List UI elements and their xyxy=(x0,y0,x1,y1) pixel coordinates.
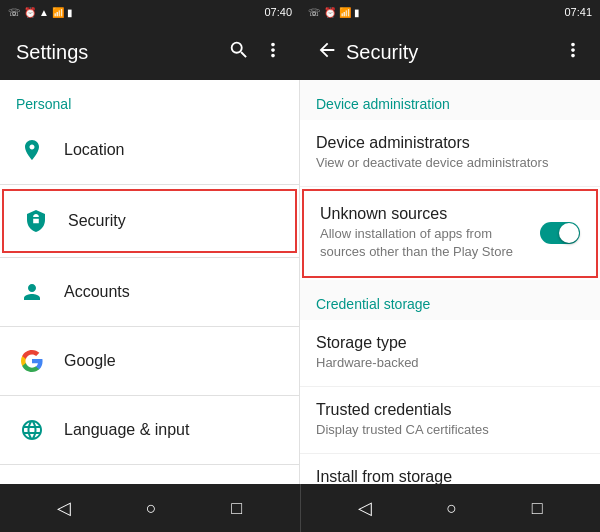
security-title: Security xyxy=(346,41,554,64)
main-content: Personal Location Security Accounts xyxy=(0,80,600,484)
left-panel: Personal Location Security Accounts xyxy=(0,80,300,484)
overflow-menu-icon-left[interactable] xyxy=(262,39,284,66)
language-icon xyxy=(16,414,48,446)
sidebar-item-google[interactable]: Google xyxy=(0,331,299,391)
left-appbar: Settings xyxy=(0,24,300,80)
back-icon[interactable] xyxy=(316,39,338,66)
back-nav-icon-left[interactable]: ◁ xyxy=(57,497,71,519)
left-status-bar: ☏ ⏰ ▲ 📶 ▮ 07:40 xyxy=(0,0,300,24)
sidebar-item-language[interactable]: Language & input xyxy=(0,400,299,460)
sidebar-item-accounts[interactable]: Accounts xyxy=(0,262,299,322)
right-status-icons: ☏ ⏰ 📶 ▮ xyxy=(308,7,360,18)
app-bars: Settings Security xyxy=(0,24,600,80)
home-nav-icon-left[interactable]: ○ xyxy=(146,498,157,519)
right-appbar: Security xyxy=(300,24,600,80)
storage-type-title: Storage type xyxy=(316,334,584,352)
language-label: Language & input xyxy=(64,421,189,439)
left-status-icons: ☏ ⏰ ▲ 📶 ▮ xyxy=(8,7,73,18)
backup-icon xyxy=(16,483,48,484)
wifi-icon: 📶 xyxy=(52,7,64,18)
divider-1 xyxy=(0,184,299,185)
unknown-sources-toggle[interactable] xyxy=(540,222,580,244)
unknown-sources-text: Unknown sources Allow installation of ap… xyxy=(320,205,540,261)
storage-type-subtitle: Hardware-backed xyxy=(316,354,584,372)
accounts-icon xyxy=(16,276,48,308)
left-time: 07:40 xyxy=(264,6,292,18)
device-admins-title: Device administrators xyxy=(316,134,584,152)
trusted-credentials-title: Trusted credentials xyxy=(316,401,584,419)
wifi-icon-r: 📶 xyxy=(339,7,351,18)
sidebar-item-location[interactable]: Location xyxy=(0,120,299,180)
divider-5 xyxy=(0,464,299,465)
security-label: Security xyxy=(68,212,126,230)
trusted-credentials-item[interactable]: Trusted credentials Display trusted CA c… xyxy=(300,387,600,454)
device-admins-item[interactable]: Device administrators View or deactivate… xyxy=(300,120,600,187)
recents-nav-icon-left[interactable]: □ xyxy=(231,498,242,519)
settings-title: Settings xyxy=(16,41,216,64)
personal-section-header: Personal xyxy=(0,80,299,120)
accounts-label: Accounts xyxy=(64,283,130,301)
divider-2 xyxy=(0,257,299,258)
google-label: Google xyxy=(64,352,116,370)
unknown-sources-row: Unknown sources Allow installation of ap… xyxy=(320,205,580,261)
status-bars: ☏ ⏰ ▲ 📶 ▮ 07:40 ☏ ⏰ 📶 ▮ 07:41 xyxy=(0,0,600,24)
sidebar-item-backup[interactable]: Backup & reset xyxy=(0,469,299,484)
device-admin-header: Device administration xyxy=(300,80,600,120)
phone-icon-r: ☏ xyxy=(308,7,321,18)
phone-icon: ☏ xyxy=(8,7,21,18)
home-nav-icon-right[interactable]: ○ xyxy=(446,498,457,519)
battery-icon: ▮ xyxy=(67,7,73,18)
sidebar-item-security[interactable]: Security xyxy=(2,189,297,253)
unknown-sources-title: Unknown sources xyxy=(320,205,540,223)
security-icon xyxy=(20,205,52,237)
location-label: Location xyxy=(64,141,125,159)
storage-type-item[interactable]: Storage type Hardware-backed xyxy=(300,320,600,387)
device-admins-subtitle: View or deactivate device administrators xyxy=(316,154,584,172)
right-bottom-nav: ◁ ○ □ xyxy=(301,484,601,532)
install-from-storage-title: Install from storage xyxy=(316,468,584,484)
unknown-sources-subtitle: Allow installation of apps from sources … xyxy=(320,225,540,261)
install-from-storage-item[interactable]: Install from storage Install certificate… xyxy=(300,454,600,484)
trusted-credentials-subtitle: Display trusted CA certificates xyxy=(316,421,584,439)
credential-storage-header: Credential storage xyxy=(300,280,600,320)
back-nav-icon-right[interactable]: ◁ xyxy=(358,497,372,519)
alarm-icon-r: ⏰ xyxy=(324,7,336,18)
overflow-menu-icon-right[interactable] xyxy=(562,39,584,66)
right-time: 07:41 xyxy=(564,6,592,18)
signal-icon: ▲ xyxy=(39,7,49,18)
location-icon xyxy=(16,134,48,166)
unknown-sources-item[interactable]: Unknown sources Allow installation of ap… xyxy=(302,189,598,277)
divider-3 xyxy=(0,326,299,327)
google-icon xyxy=(16,345,48,377)
right-panel: Device administration Device administrat… xyxy=(300,80,600,484)
right-status-bar: ☏ ⏰ 📶 ▮ 07:41 xyxy=(300,0,600,24)
bottom-navs: ◁ ○ □ ◁ ○ □ xyxy=(0,484,600,532)
left-bottom-nav: ◁ ○ □ xyxy=(0,484,300,532)
battery-icon-r: ▮ xyxy=(354,7,360,18)
divider-4 xyxy=(0,395,299,396)
search-icon[interactable] xyxy=(228,39,250,66)
alarm-icon: ⏰ xyxy=(24,7,36,18)
toggle-knob xyxy=(559,223,579,243)
recents-nav-icon-right[interactable]: □ xyxy=(532,498,543,519)
